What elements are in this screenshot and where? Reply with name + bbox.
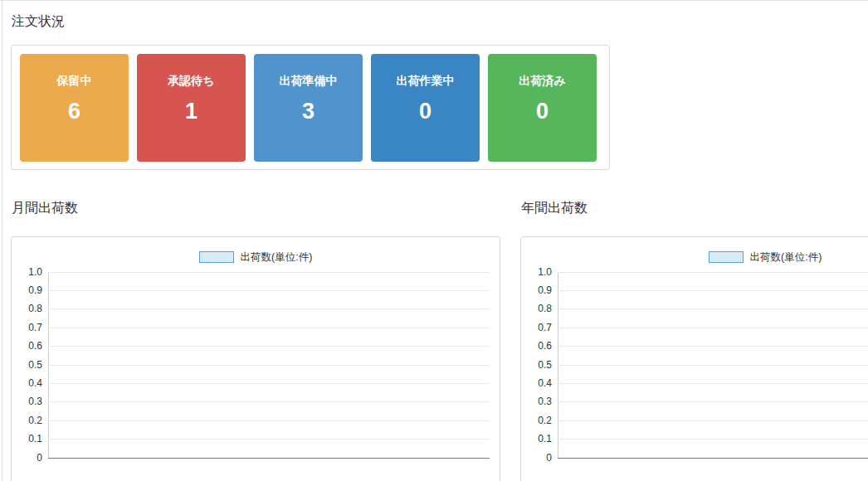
legend-swatch-icon	[709, 251, 744, 263]
monthly-shipments-section: 月間出荷数 出荷数(単位:件) 1.00.90.80.70.60.50.40.3…	[11, 202, 500, 481]
x-axis-line	[48, 458, 490, 459]
yearly-chart-plot: 1.00.90.80.70.60.50.40.30.20.10	[521, 272, 868, 479]
card-label: 承認待ち	[137, 74, 246, 89]
grid-line	[48, 309, 490, 309]
legend-label: 出荷数(単位:件)	[750, 250, 822, 265]
y-tick-label: 0.8	[521, 303, 552, 314]
chart-legend: 出荷数(単位:件)	[521, 251, 868, 264]
y-tick-label: 0.5	[521, 359, 552, 371]
card-count: 6	[20, 99, 129, 124]
grid-line	[558, 290, 868, 291]
y-tick-label: 0.7	[521, 322, 552, 333]
status-card-preparing-shipment[interactable]: 出荷準備中 3	[254, 54, 363, 162]
grid-line	[48, 290, 490, 291]
status-card-shipping-in-progress[interactable]: 出荷作業中 0	[371, 54, 480, 162]
status-card-on-hold[interactable]: 保留中 6	[20, 54, 129, 162]
y-tick-label: 0.4	[12, 377, 42, 389]
content-area: 注文状況 保留中 6 承認待ち 1 出荷準備中 3 出荷作業中 0 出荷済み 0	[11, 0, 868, 481]
card-count: 3	[254, 99, 363, 124]
grid-line	[558, 365, 868, 366]
status-card-awaiting-approval[interactable]: 承認待ち 1	[137, 54, 246, 162]
grid-line	[558, 401, 868, 402]
card-count: 0	[371, 99, 480, 124]
legend-label: 出荷数(単位:件)	[241, 250, 313, 265]
y-tick-label: 0	[521, 452, 552, 464]
grid-line	[48, 383, 490, 384]
charts-row: 月間出荷数 出荷数(単位:件) 1.00.90.80.70.60.50.40.3…	[11, 202, 868, 481]
card-count: 1	[137, 99, 246, 124]
card-count: 0	[488, 99, 597, 124]
grid-line	[558, 309, 868, 309]
yearly-chart-panel: 出荷数(単位:件) 1.00.90.80.70.60.50.40.30.20.1…	[520, 236, 868, 481]
status-card-shipped[interactable]: 出荷済み 0	[488, 54, 597, 162]
order-status-panel: 保留中 6 承認待ち 1 出荷準備中 3 出荷作業中 0 出荷済み 0	[11, 45, 610, 170]
grid-line	[48, 346, 490, 347]
y-tick-label: 0.5	[12, 359, 42, 371]
dashboard-page: 注文状況 保留中 6 承認待ち 1 出荷準備中 3 出荷作業中 0 出荷済み 0	[0, 0, 868, 481]
grid-line	[558, 420, 868, 421]
y-tick-label: 0.9	[521, 284, 552, 296]
chart-title-yearly: 年間出荷数	[521, 202, 868, 216]
y-tick-label: 0.3	[521, 396, 552, 407]
chart-title-monthly: 月間出荷数	[12, 202, 500, 216]
monthly-chart-plot: 1.00.90.80.70.60.50.40.30.20.10	[12, 272, 500, 479]
grid-line	[48, 439, 490, 440]
card-label: 出荷準備中	[254, 74, 363, 89]
grid-line	[558, 383, 868, 384]
y-tick-label: 0.8	[12, 303, 42, 314]
page-title: 注文状況	[12, 15, 868, 29]
y-tick-label: 0.2	[12, 415, 42, 426]
y-tick-label: 0.6	[521, 340, 552, 352]
grid-line	[48, 420, 490, 421]
legend-swatch-icon	[199, 251, 234, 263]
grid-line	[558, 346, 868, 347]
y-tick-label: 0.4	[521, 377, 552, 389]
grid-line	[558, 439, 868, 440]
y-tick-label: 0.7	[12, 322, 42, 333]
x-axis-line	[558, 458, 868, 459]
yearly-shipments-section: 年間出荷数 出荷数(単位:件) 1.00.90.80.70.60.50.40.3…	[520, 202, 868, 481]
chart-legend: 出荷数(単位:件)	[12, 251, 500, 264]
y-tick-label: 1.0	[12, 266, 42, 278]
y-tick-label: 0.1	[521, 433, 552, 445]
card-label: 出荷済み	[488, 74, 597, 89]
y-tick-label: 0.3	[12, 396, 42, 407]
y-tick-label: 0.9	[12, 284, 42, 296]
grid-line	[558, 328, 868, 328]
grid-line	[48, 272, 490, 273]
grid-line	[48, 328, 490, 328]
y-tick-label: 1.0	[521, 266, 552, 278]
grid-line	[48, 401, 490, 402]
grid-line	[48, 365, 490, 366]
content-left-border	[2, 0, 2, 481]
card-label: 出荷作業中	[371, 74, 480, 89]
y-tick-label: 0	[12, 452, 42, 464]
grid-line	[558, 272, 868, 273]
y-tick-label: 0.2	[521, 415, 552, 426]
y-tick-label: 0.1	[12, 433, 42, 445]
monthly-chart-panel: 出荷数(単位:件) 1.00.90.80.70.60.50.40.30.20.1…	[11, 236, 500, 481]
y-tick-label: 0.6	[12, 340, 42, 352]
card-label: 保留中	[20, 74, 129, 89]
